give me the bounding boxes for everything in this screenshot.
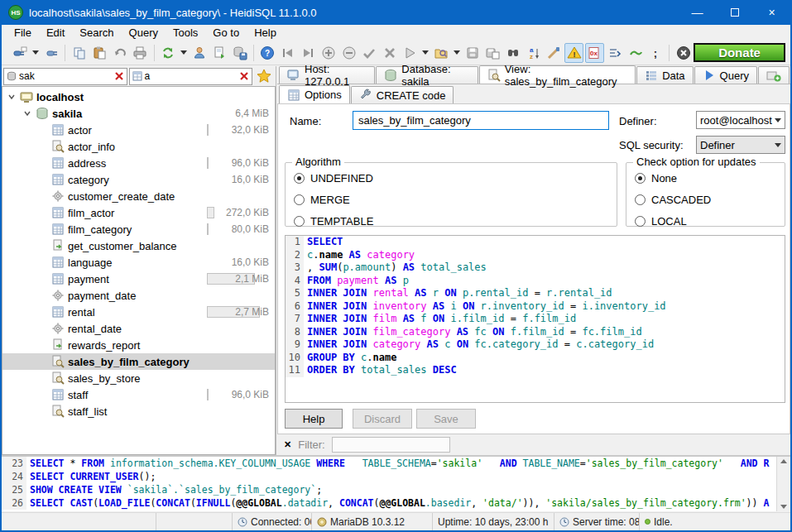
close-filter-icon[interactable]: ✕ — [284, 439, 291, 450]
radio-cascaded[interactable]: CASCADED — [635, 193, 785, 206]
sql-security-combo[interactable]: Definer — [696, 136, 785, 154]
radio-undefined[interactable]: UNDEFINED — [294, 171, 617, 185]
table-filter-box[interactable]: sak — [3, 68, 127, 85]
tab-view-sales-by-film-category[interactable]: View: sales_by_film_category — [479, 65, 636, 84]
help-icon[interactable]: ? — [258, 43, 277, 63]
tree-item[interactable]: localhost — [2, 89, 275, 105]
tree-item[interactable]: payment_date — [2, 287, 275, 304]
tree-item[interactable]: address96,0 KiB — [2, 155, 275, 171]
new-query-tab-icon[interactable] — [758, 66, 790, 84]
log-scrollbar[interactable] — [776, 457, 790, 511]
radio-merge[interactable]: MERGE — [294, 193, 617, 206]
radio-local[interactable]: LOCAL — [635, 214, 785, 228]
tree-item[interactable]: get_customer_balance — [2, 237, 275, 254]
menu-file[interactable]: File — [7, 26, 39, 40]
menu-query[interactable]: Query — [122, 26, 166, 40]
tree-item[interactable]: rental_date — [2, 320, 275, 337]
format-icon[interactable] — [545, 43, 564, 63]
definer-combo[interactable]: root@localhost — [696, 111, 785, 129]
minimize-button[interactable]: — — [679, 0, 716, 25]
tab-host-127-0-0-1[interactable]: Host: 127.0.0.1 — [279, 66, 375, 84]
disconnect-icon[interactable] — [42, 43, 61, 63]
tree-item[interactable]: sales_by_store — [2, 370, 275, 386]
maximize-button[interactable] — [716, 0, 753, 25]
stop-icon[interactable] — [674, 43, 693, 63]
tree-item[interactable]: sakila6,4 MiB — [2, 105, 275, 122]
scroll-up-icon[interactable] — [780, 459, 787, 463]
sql-security-value: Definer — [700, 139, 735, 151]
find-icon[interactable] — [504, 43, 523, 63]
clear-filter-icon[interactable] — [239, 71, 249, 81]
scroll-down-icon[interactable] — [780, 505, 787, 509]
tree-item[interactable]: category16,0 KiB — [2, 171, 275, 188]
chevron-down-icon[interactable] — [31, 43, 41, 63]
tree-item[interactable]: sales_by_film_category — [2, 353, 275, 370]
save-as-icon[interactable] — [483, 43, 502, 63]
warning-toggle-icon[interactable]: ! — [564, 43, 583, 63]
menu-edit[interactable]: Edit — [39, 26, 72, 40]
menu-help[interactable]: Help — [247, 26, 284, 40]
help-button[interactable]: Help — [285, 409, 343, 429]
save-db-icon[interactable] — [231, 43, 250, 63]
user-manager-icon[interactable] — [190, 43, 209, 63]
tree-item[interactable]: staff96,0 KiB — [2, 386, 275, 403]
radio-temptable[interactable]: TEMPTABLE — [294, 214, 617, 228]
chevron-down-icon[interactable] — [421, 43, 430, 63]
close-button[interactable]: × — [753, 0, 790, 25]
menu-search[interactable]: Search — [72, 26, 121, 40]
tree-item[interactable]: film_actor272,0 KiB — [2, 204, 275, 221]
expand-chevron-icon[interactable] — [20, 109, 34, 117]
tree-item[interactable]: film_category80,0 KiB — [2, 221, 275, 237]
jump-last-icon[interactable] — [299, 43, 318, 63]
expand-chevron-icon[interactable] — [4, 93, 18, 101]
tab-database-sakila[interactable]: Database: sakila — [376, 66, 478, 84]
tree-item[interactable]: actor32,0 KiB — [2, 122, 275, 138]
subtab-create-code[interactable]: CREATE code — [351, 86, 454, 103]
copy-icon[interactable] — [70, 43, 89, 63]
tab-data[interactable]: Data — [636, 66, 693, 84]
tree-item[interactable]: rewards_report — [2, 337, 275, 353]
execute-icon[interactable] — [401, 43, 420, 63]
tree-item[interactable]: rental2,7 MiB — [2, 304, 275, 320]
tab-query[interactable]: Query — [694, 66, 757, 84]
undo-icon[interactable] — [110, 43, 129, 63]
column-filter-box[interactable]: a — [129, 68, 253, 85]
reconnect-icon[interactable] — [626, 43, 645, 63]
discard-button[interactable]: Discard — [353, 409, 412, 429]
add-record-icon[interactable] — [319, 43, 338, 63]
menu-tools[interactable]: Tools — [166, 26, 205, 40]
view-select-code-editor[interactable]: 1SELECT2c.name AS category3, SUM(p.amoun… — [285, 235, 785, 403]
sort-az-icon[interactable]: az — [524, 43, 543, 63]
donate-button[interactable]: Donate — [694, 43, 785, 62]
open-file-icon[interactable] — [432, 43, 451, 63]
delete-record-icon[interactable] — [339, 43, 358, 63]
filter-input[interactable] — [332, 437, 450, 453]
tree-item[interactable]: language16,0 KiB — [2, 254, 275, 271]
refresh-icon[interactable] — [159, 43, 178, 63]
cancel-icon[interactable] — [380, 43, 399, 63]
sql-log-panel[interactable]: 23SELECT * FROM information_schema.KEY_C… — [2, 455, 790, 511]
export-sql-icon[interactable] — [210, 43, 229, 63]
chevron-down-icon[interactable] — [179, 43, 188, 63]
view-name-input[interactable] — [353, 111, 609, 130]
favorites-star-icon[interactable] — [254, 67, 274, 85]
tree-item[interactable]: customer_create_date — [2, 188, 275, 204]
print-icon[interactable] — [131, 43, 150, 63]
subtab-options[interactable]: Options — [279, 85, 350, 103]
semicolon-icon[interactable]: ; — [646, 43, 665, 63]
tree-item[interactable]: staff_list — [2, 403, 275, 419]
tree-item[interactable]: actor_info — [2, 138, 275, 155]
save-button[interactable]: Save — [416, 409, 476, 429]
tree-item[interactable]: payment2,1 MiB — [2, 271, 275, 287]
connect-icon[interactable] — [11, 43, 30, 63]
menu-goto[interactable]: Go to — [205, 26, 247, 40]
hex-toggle-icon[interactable]: 0x — [585, 43, 604, 63]
chevron-down-icon[interactable] — [452, 43, 461, 63]
save-file-icon[interactable] — [463, 43, 482, 63]
paste-icon[interactable] — [90, 43, 109, 63]
clear-filter-icon[interactable] — [114, 71, 124, 81]
indent-icon[interactable] — [606, 43, 625, 63]
radio-none[interactable]: None — [635, 171, 785, 185]
apply-icon[interactable] — [360, 43, 379, 63]
jump-first-icon[interactable] — [279, 43, 298, 63]
